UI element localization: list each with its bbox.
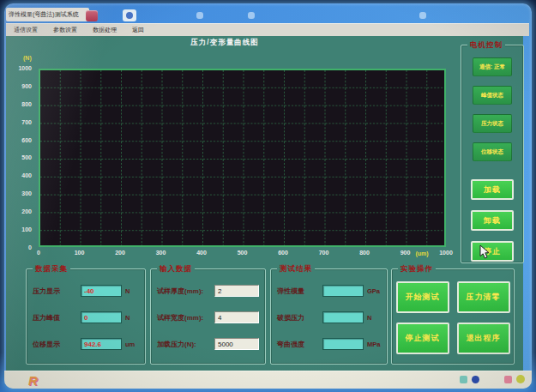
x-axis-unit-label: (um) bbox=[411, 250, 433, 256]
displacement-status-button[interactable]: 位移状态 bbox=[473, 142, 512, 161]
displacement-display-field: 942.6 bbox=[81, 338, 122, 350]
menu-item-comm-settings[interactable]: 通信设置 bbox=[14, 26, 38, 34]
menu-item-return[interactable]: 返回 bbox=[132, 26, 144, 34]
motor-control-group-title: 电机控制 bbox=[467, 40, 505, 51]
app-main-area: 压力/变形量曲线图 (N) 10009008007006005004003002… bbox=[6, 36, 523, 371]
unload-button[interactable]: 卸载 bbox=[471, 210, 514, 231]
pressure-display-field: -40 bbox=[81, 285, 122, 297]
chart-title: 压力/变形量曲线图 bbox=[160, 38, 289, 48]
plot-grid bbox=[40, 70, 444, 245]
exit-program-button[interactable]: 退出程序 bbox=[457, 323, 510, 354]
breaking-pressure-label: 破损压力 bbox=[277, 313, 322, 323]
menu-item-data-processing[interactable]: 数据处理 bbox=[93, 26, 117, 34]
menu-item-param-settings[interactable]: 参数设置 bbox=[53, 26, 77, 34]
desktop-icon-small-1[interactable] bbox=[196, 12, 203, 19]
experiment-operations-group-title: 实验操作 bbox=[398, 264, 436, 274]
loading-pressure-input[interactable] bbox=[214, 338, 259, 350]
tick-label: 1000 bbox=[431, 250, 461, 256]
experiment-operations-group: 实验操作 开始测试 压力清零 停止测试 退出程序 bbox=[391, 268, 515, 365]
breaking-pressure-field bbox=[322, 311, 364, 323]
sample-thickness-input[interactable] bbox=[214, 285, 259, 297]
sample-width-label: 试样宽度(mm): bbox=[157, 313, 214, 323]
test-results-group-title: 测试结果 bbox=[277, 264, 315, 274]
input-data-group: 输入数据 试样厚度(mm): 试样宽度(mm): 加载压力(N): bbox=[150, 268, 266, 365]
taskbar: R bbox=[4, 371, 532, 389]
displacement-display-label: 位移显示 bbox=[33, 340, 81, 349]
tray-clock-icon[interactable] bbox=[516, 375, 525, 383]
tick-label: 300 bbox=[147, 250, 176, 256]
sample-width-input[interactable] bbox=[214, 311, 259, 323]
desktop-icon-red[interactable] bbox=[86, 10, 98, 21]
pressure-peak-label: 压力峰值 bbox=[33, 313, 81, 323]
stop-button[interactable]: 停止 bbox=[471, 241, 514, 262]
pressure-status-button[interactable]: 压力状态 bbox=[473, 114, 512, 133]
tick-label: 700 bbox=[310, 250, 339, 256]
load-button[interactable]: 加载 bbox=[471, 179, 514, 200]
loading-pressure-label: 加载压力(N): bbox=[157, 340, 214, 349]
tray-network-icon[interactable] bbox=[472, 376, 479, 383]
tick-label: 500 bbox=[21, 154, 32, 161]
comm-status-button[interactable]: 通信: 正常 bbox=[473, 57, 512, 76]
tick-label: 700 bbox=[21, 118, 32, 126]
taskbar-logo-icon[interactable]: R bbox=[28, 374, 38, 387]
bending-strength-row: 弯曲强度 MPa bbox=[277, 338, 381, 350]
tray-app-icon[interactable] bbox=[460, 376, 467, 383]
desktop-icon-blue[interactable] bbox=[123, 9, 136, 21]
motor-control-group: 电机控制 通信: 正常 峰值状态 压力状态 位移状态 加载 卸载 停止 bbox=[461, 45, 524, 263]
breaking-pressure-row: 破损压力 N bbox=[277, 311, 381, 323]
window-title: 弹性模量(弯曲法)测试系统 bbox=[9, 10, 79, 19]
bending-strength-unit: MPa bbox=[367, 341, 381, 348]
sample-width-row: 试样宽度(mm): bbox=[157, 311, 259, 323]
tick-label: 400 bbox=[21, 172, 32, 179]
tick-label: 1000 bbox=[18, 64, 32, 72]
peak-status-button[interactable]: 峰值状态 bbox=[473, 86, 512, 105]
pressure-zero-button[interactable]: 压力清零 bbox=[457, 281, 510, 313]
pressure-display-unit: N bbox=[125, 287, 139, 295]
pressure-peak-row: 压力峰值 0 N bbox=[33, 311, 139, 323]
bending-strength-field bbox=[322, 338, 364, 350]
pressure-peak-unit: N bbox=[125, 314, 139, 322]
elastic-modulus-label: 弹性模量 bbox=[277, 286, 322, 296]
system-tray bbox=[460, 375, 525, 383]
pressure-deformation-plot bbox=[39, 69, 446, 247]
tick-label: 0 bbox=[24, 250, 53, 256]
y-axis-unit-label: (N) bbox=[23, 55, 32, 61]
mouse-cursor-icon bbox=[479, 244, 490, 262]
tick-label: 200 bbox=[21, 208, 32, 215]
sample-thickness-label: 试样厚度(mm): bbox=[157, 286, 214, 296]
input-data-group-title: 输入数据 bbox=[157, 264, 195, 274]
tick-label: 500 bbox=[228, 250, 257, 256]
tick-label: 300 bbox=[21, 190, 32, 197]
pressure-peak-field: 0 bbox=[81, 311, 122, 323]
y-axis-ticks: 10009008007006005004003002001000 bbox=[6, 64, 35, 251]
tick-label: 800 bbox=[21, 100, 32, 108]
test-results-group: 测试结果 弹性模量 GPa 破损压力 N 弯曲强度 MPa bbox=[270, 268, 388, 365]
breaking-pressure-unit: N bbox=[367, 314, 381, 322]
tick-label: 600 bbox=[268, 250, 298, 256]
elastic-modulus-row: 弹性模量 GPa bbox=[277, 285, 381, 297]
tick-label: 200 bbox=[105, 250, 135, 256]
tick-label: 900 bbox=[21, 82, 32, 90]
tick-label: 400 bbox=[187, 250, 216, 256]
stop-test-button[interactable]: 停止测试 bbox=[396, 323, 449, 354]
window-titlebar: 弹性模量(弯曲法)测试系统 bbox=[6, 8, 89, 21]
elastic-modulus-field bbox=[322, 285, 364, 297]
data-acquisition-group: 数据采集 压力显示 -40 N 压力峰值 0 N 位移显示 942.6 um bbox=[26, 268, 146, 365]
sample-thickness-row: 试样厚度(mm): bbox=[157, 285, 259, 297]
loading-pressure-row: 加载压力(N): bbox=[157, 338, 259, 350]
displacement-display-unit: um bbox=[125, 341, 139, 348]
desktop-icon-small-3[interactable] bbox=[419, 12, 426, 19]
displacement-display-row: 位移显示 942.6 um bbox=[33, 338, 139, 350]
x-axis-ticks: 01002003004005006007008009001000 bbox=[24, 250, 461, 256]
pressure-display-label: 压力显示 bbox=[33, 286, 81, 296]
start-test-button[interactable]: 开始测试 bbox=[396, 281, 449, 313]
pressure-display-row: 压力显示 -40 N bbox=[33, 285, 139, 297]
data-acquisition-group-title: 数据采集 bbox=[33, 264, 70, 274]
tray-pink-icon[interactable] bbox=[504, 376, 512, 383]
monitor-screen: 弹性模量(弯曲法)测试系统 通信设置 参数设置 数据处理 返回 压力/变形量曲线… bbox=[4, 3, 532, 389]
tick-label: 100 bbox=[65, 250, 94, 256]
bending-strength-label: 弯曲强度 bbox=[277, 340, 322, 349]
desktop-icon-small-2[interactable] bbox=[248, 12, 255, 19]
menu-bar: 通信设置 参数设置 数据处理 返回 bbox=[6, 23, 529, 36]
tick-label: 100 bbox=[21, 226, 32, 233]
